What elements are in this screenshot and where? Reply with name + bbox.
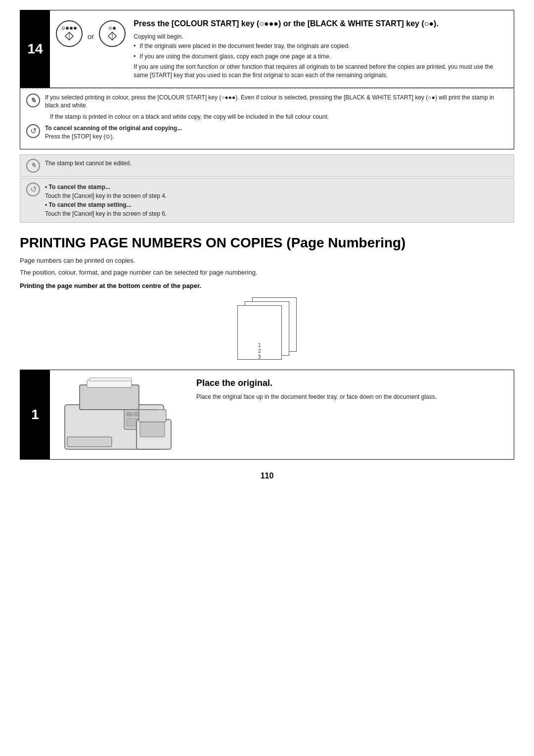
cancel-body: Press the [STOP] key (⊙). [45, 133, 114, 140]
svg-rect-16 [140, 422, 165, 437]
info-boxes: ✎ The stamp text cannot be edited. ↺ • T… [20, 154, 514, 223]
step-1-heading: Place the original. [196, 378, 506, 388]
step-14-bullets: If the originals were placed in the docu… [134, 42, 508, 61]
cancel-text: To cancel scanning of the original and c… [45, 124, 182, 141]
step-14-content: or P [50, 10, 514, 88]
info-arrow-icon-2: ↺ [26, 183, 40, 196]
arrow-icon: ↺ [26, 124, 40, 138]
bw-start-key-icon [99, 20, 126, 47]
main-heading-section: PRINTING PAGE NUMBERS ON COPIES (Page Nu… [20, 235, 514, 290]
step-14-text: Press the [COLOUR START] key (○●●●) or t… [134, 18, 508, 80]
main-desc-1: Page numbers can be printed on copies. [20, 256, 514, 266]
note-box: ✎ If you selected printing in colour, pr… [20, 89, 514, 149]
paper-diagram: 1 2 3 [20, 297, 514, 362]
cancel-stamp-setting-label: • To cancel the stamp setting... [45, 201, 132, 208]
step-14-heading: Press the [COLOUR START] key (○●●●) or t… [134, 18, 508, 29]
main-heading: PRINTING PAGE NUMBERS ON COPIES (Page Nu… [20, 235, 514, 251]
info-box-text-2: • To cancel the stamp... Touch the [Canc… [45, 183, 167, 218]
cancel-stamp-text: Touch the [Cancel] key in the screen of … [45, 192, 167, 199]
step-number-1: 1 [20, 370, 50, 459]
info-pencil-icon-1: ✎ [26, 159, 40, 173]
step-14-long-text: If you are using the sort function or ot… [134, 63, 508, 80]
note-row-2: If the stamp is printed in colour on a b… [26, 113, 508, 121]
bullet-2: If you are using the document glass, cop… [134, 52, 508, 61]
cancel-stamp-label: • To cancel the stamp... [45, 184, 110, 190]
step-1-text: Place the original. Place the original f… [188, 370, 514, 459]
info-box-2: ↺ • To cancel the stamp... Touch the [Ca… [20, 178, 514, 223]
note-text-2: If the stamp is printed in colour on a b… [50, 113, 329, 121]
cancel-stamp-setting-text: Touch the [Cancel] key in the screen of … [45, 210, 167, 217]
paper-stack: 1 2 3 [237, 297, 297, 362]
note-row-1: ✎ If you selected printing in colour, pr… [26, 94, 508, 110]
svg-rect-9 [127, 412, 133, 416]
note-row-cancel: ↺ To cancel scanning of the original and… [26, 124, 508, 141]
step-14-container: 14 [20, 10, 514, 88]
page-num-3: 3 [258, 354, 261, 360]
main-bold-text: Printing the page number at the bottom c… [20, 282, 514, 289]
step-1-desc: Place the original face up in the docume… [196, 392, 506, 401]
pencil-icon: ✎ [26, 94, 40, 107]
page-num-2: 2 [258, 348, 261, 354]
svg-rect-15 [139, 410, 166, 422]
cancel-heading: To cancel scanning of the original and c… [45, 125, 182, 132]
step-1-image [50, 370, 188, 459]
svg-rect-5 [80, 385, 139, 410]
colour-start-key-icon [56, 20, 83, 47]
step-1-container: 1 Place the original. Place [20, 370, 514, 460]
or-label: or [88, 32, 94, 41]
main-desc-2: The position, colour, format, and page n… [20, 268, 514, 278]
info-box-1: ✎ The stamp text cannot be edited. [20, 154, 514, 177]
page-number: 110 [20, 472, 514, 480]
info-box-text-1: The stamp text cannot be edited. [45, 159, 132, 168]
page-num-1: 1 [258, 342, 261, 348]
svg-rect-7 [89, 378, 132, 381]
machine-svg [60, 375, 178, 454]
step-number-14: 14 [20, 10, 50, 88]
note-text-1: If you selected printing in colour, pres… [45, 94, 508, 110]
bullet-1: If the originals were placed in the docu… [134, 42, 508, 50]
svg-rect-13 [67, 437, 112, 447]
key-icons-area: or [56, 20, 126, 47]
copying-begin-text: Copying will begin. [134, 33, 508, 40]
